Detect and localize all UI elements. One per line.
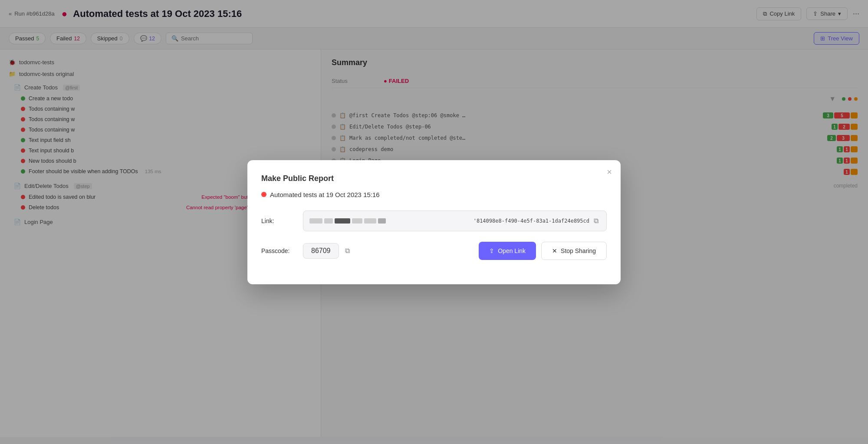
copy-link-button[interactable]: ⧉ [592, 215, 600, 227]
link-display-box: '814098e8-f490-4e5f-83a1-1daf24e895cd ⧉ [303, 210, 607, 231]
blur-segment [335, 218, 350, 224]
blur-segment [309, 218, 322, 224]
link-visible-text: '814098e8-f490-4e5f-83a1-1daf24e895cd [473, 218, 589, 224]
run-status-dot-icon [261, 192, 266, 197]
close-button[interactable]: × [607, 167, 612, 177]
blurred-url-segments [309, 218, 471, 224]
stop-icon: ✕ [552, 247, 557, 254]
modal-link-row: Link: '814098e8-f490-4e5f-83a1-1daf24e89… [261, 210, 607, 231]
modal-run-title: Automated tests at 19 Oct 2023 15:16 [261, 191, 607, 198]
blur-segment [324, 218, 333, 224]
passcode-value: 86709 [303, 243, 339, 259]
modal-overlay[interactable]: × Make Public Report Automated tests at … [0, 0, 868, 437]
passcode-box: 86709 ⧉ [303, 243, 352, 259]
link-label: Link: [261, 217, 296, 224]
stop-sharing-button[interactable]: ✕ Stop Sharing [541, 242, 607, 260]
modal-actions: ⇪ Open Link ✕ Stop Sharing [479, 242, 607, 260]
make-public-modal: × Make Public Report Automated tests at … [247, 160, 621, 284]
copy-passcode-button[interactable]: ⧉ [343, 245, 352, 257]
open-link-button[interactable]: ⇪ Open Link [479, 242, 536, 260]
modal-title: Make Public Report [261, 174, 607, 183]
passcode-label: Passcode: [261, 247, 296, 254]
modal-passcode-row: Passcode: 86709 ⧉ ⇪ Open Link ✕ Stop Sha… [261, 242, 607, 260]
blur-segment [352, 218, 362, 224]
blur-segment [364, 218, 376, 224]
blur-segment [378, 218, 386, 224]
share-icon: ⇪ [489, 247, 494, 254]
